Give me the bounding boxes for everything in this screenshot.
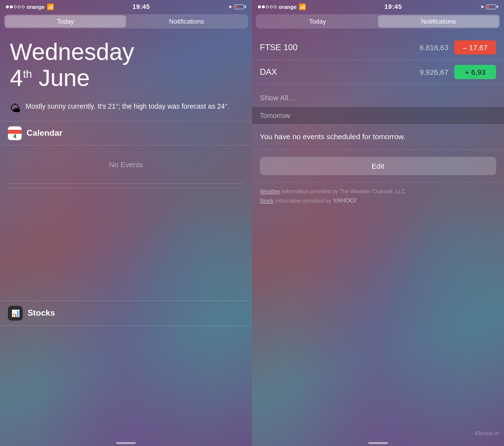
battery-fill-left <box>235 5 237 8</box>
tab-bar-left[interactable]: Today Notifications <box>4 14 248 29</box>
stock-name-dax: DAX <box>260 67 420 77</box>
weather-link[interactable]: Weather <box>260 188 280 194</box>
stock-change-dax: + 6,93 <box>454 65 496 79</box>
tab-bar-right[interactable]: Today Notifications <box>256 14 500 29</box>
home-indicator-right[interactable] <box>252 438 504 446</box>
edit-button[interactable]: Edit <box>260 157 496 175</box>
tab-today-right[interactable]: Today <box>257 15 378 28</box>
stocks-icon: 📊 <box>8 306 23 321</box>
date-section: Wednesday 4th June <box>0 31 252 95</box>
signal-dots <box>6 5 25 8</box>
location-icon-right: ➤ <box>480 4 484 9</box>
battery-right <box>486 4 498 9</box>
tab-today-left[interactable]: Today <box>5 15 126 28</box>
home-indicator-left[interactable] <box>0 438 252 446</box>
stock-value-dax: 9.926,67 <box>420 68 448 76</box>
dot-r2 <box>262 5 265 8</box>
tab-notifications-right[interactable]: Notifications <box>378 15 499 28</box>
stocks-title: Stocks <box>28 308 55 318</box>
status-left: orange 📶 <box>6 3 54 10</box>
location-icon-left: ➤ <box>228 4 232 9</box>
tomorrow-text: You have no events scheduled for tomorro… <box>260 131 496 143</box>
battery-tip-right <box>497 5 498 8</box>
sun-icon: 🌤 <box>10 102 21 115</box>
status-bar-right: orange 📶 19:45 ➤ <box>252 0 504 12</box>
battery-left <box>234 4 246 9</box>
stock-row-ftse: FTSE 100 6.818,63 – 17,67 <box>252 35 504 60</box>
stock-link[interactable]: Stock <box>260 198 274 204</box>
battery-body-left <box>234 4 244 9</box>
time-right: 19:45 <box>384 3 402 10</box>
weather-section: 🌤 Mostly sunny currently. It's 21°; the … <box>0 95 252 121</box>
battery-body-right <box>486 4 496 9</box>
dot-r3 <box>266 5 269 8</box>
status-right-left: ➤ <box>228 4 246 9</box>
weather-text: Mostly sunny currently. It's 21°; the hi… <box>26 101 242 112</box>
dot5 <box>22 5 25 8</box>
wifi-icon-left: 📶 <box>47 3 54 10</box>
edit-section: Edit <box>252 150 504 182</box>
dot-r4 <box>270 5 273 8</box>
no-events-text: No Events <box>0 146 252 183</box>
divider-2 <box>8 188 244 188</box>
calendar-section-header: 4 Calendar <box>0 121 252 146</box>
date-day: 4 <box>10 65 23 91</box>
cal-date: 4 <box>13 134 16 139</box>
stocks-section-header: 📊 Stocks <box>0 300 252 326</box>
footer-text: Weather information provided by The Weat… <box>252 182 504 211</box>
battery-tip-left <box>245 5 246 8</box>
status-right-right: ➤ <box>480 4 498 9</box>
stock-footer-text: information provided by <box>274 198 333 204</box>
carrier-right: orange <box>279 4 297 10</box>
status-left-right: orange 📶 <box>258 3 306 10</box>
tab-notifications-left[interactable]: Notifications <box>126 15 247 28</box>
tomorrow-title: Tomorrow <box>260 112 290 119</box>
calendar-title: Calendar <box>27 128 63 138</box>
calendar-icon: 4 <box>8 126 22 140</box>
stock-change-ftse: – 17,67 <box>454 40 496 55</box>
weather-footer-text: information provided by The Weather Chan… <box>280 188 407 194</box>
stock-value-ftse: 6.818,63 <box>420 43 448 52</box>
stocks-list: FTSE 100 6.818,63 – 17,67 DAX 9.926,67 +… <box>252 31 504 89</box>
wifi-icon-right: 📶 <box>299 3 306 10</box>
stock-name-ftse: FTSE 100 <box>260 43 420 53</box>
yahoo-brand: YAHOO! <box>333 197 356 204</box>
carrier-left: orange <box>27 4 45 10</box>
divider-1 <box>8 183 244 184</box>
home-bar-right[interactable] <box>368 442 388 444</box>
date-suffix: th <box>23 68 32 80</box>
stock-row-dax: DAX 9.926,67 + 6,93 <box>252 60 504 85</box>
left-panel: orange 📶 19:45 ➤ Today Notifications Wed… <box>0 0 252 446</box>
signal-dots-right <box>258 5 277 8</box>
home-bar-left[interactable] <box>116 442 136 444</box>
show-all-link[interactable]: Show All… <box>252 89 504 107</box>
tomorrow-content: You have no events scheduled for tomorro… <box>252 124 504 150</box>
battery-fill-right <box>487 5 489 8</box>
dot2 <box>10 5 13 8</box>
status-bar-left: orange 📶 19:45 ➤ <box>0 0 252 12</box>
dot4 <box>18 5 21 8</box>
time-left: 19:45 <box>132 3 150 10</box>
dot1 <box>6 5 9 8</box>
dot3 <box>14 5 17 8</box>
right-panel: orange 📶 19:45 ➤ Today Notifications <box>252 0 504 446</box>
stocks-chart-icon: 📊 <box>11 309 20 317</box>
date-day-month: 4th June <box>10 65 242 91</box>
dot-r5 <box>274 5 277 8</box>
date-month: June <box>38 65 90 91</box>
date-weekday: Wednesday <box>10 39 242 65</box>
dot-r1 <box>258 5 261 8</box>
tomorrow-header: Tomorrow <box>252 107 504 124</box>
